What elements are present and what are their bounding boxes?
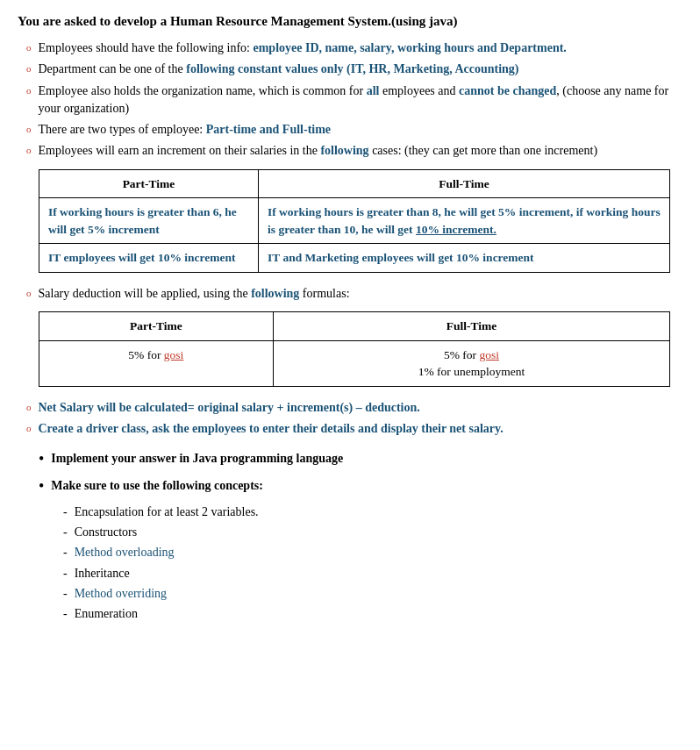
bullet-text-4: There are two types of employee: Part-ti… [39, 121, 683, 139]
deduction-table-header-fulltime: Full-Time [273, 312, 669, 341]
bullet-text-1: Employees should have the following info… [39, 39, 683, 57]
bullet-circle-2: o [26, 62, 32, 76]
increment-table-header-fulltime: Full-Time [259, 169, 670, 198]
concept-encapsulation-label: Encapsulation for at least 2 variables. [75, 504, 259, 521]
implement-list: • Implement your answer in Java programm… [39, 449, 682, 498]
bold-dot-2: • [39, 475, 44, 498]
bullet-item-3: o Employee also holds the organization n… [26, 82, 682, 118]
concept-encapsulation: - Encapsulation for at least 2 variables… [63, 504, 682, 521]
salary-deduction-bullet-list: o Salary deduction will be applied, usin… [26, 285, 682, 303]
main-title: You are asked to develop a Human Resourc… [18, 14, 682, 29]
bullet-circle-driver: o [26, 422, 32, 436]
net-salary-list: o Net Salary will be calculated= origina… [26, 399, 682, 439]
increment-table-header-parttime: Part-Time [39, 169, 259, 198]
concept-method-overriding-label: Method overriding [75, 585, 167, 603]
increment-row1-fulltime: If working hours is greater than 8, he w… [259, 198, 670, 244]
bullet-text-2: Department can be one of the following c… [39, 61, 683, 78]
concept-method-overriding: - Method overriding [63, 585, 682, 603]
increment-row1-parttime: If working hours is greater than 6, he w… [39, 198, 259, 244]
concept-method-overloading-label: Method overloading [75, 544, 175, 561]
concept-inheritance: - Inheritance [63, 565, 682, 582]
bullet-driver-class: o Create a driver class, ask the employe… [26, 420, 682, 438]
bullet-text-3: Employee also holds the organization nam… [39, 82, 683, 118]
bullet-circle-5: o [26, 144, 32, 158]
deduction-table: Part-Time Full-Time 5% for gosi 5% for g… [39, 311, 670, 387]
concepts-list: - Encapsulation for at least 2 variables… [63, 504, 682, 624]
bullet-circle-4: o [26, 123, 32, 137]
implement-bullet-item: • Implement your answer in Java programm… [39, 449, 682, 471]
bold-dot-1: • [39, 447, 44, 471]
concept-enumeration-label: Enumeration [75, 605, 138, 623]
main-bullet-list: o Employees should have the following in… [26, 39, 682, 161]
bullet-text-5: Employees will earn an increment on thei… [39, 142, 683, 160]
bullet-circle-1: o [26, 41, 32, 55]
bullet-circle-net: o [26, 401, 32, 415]
increment-row2-parttime: IT employees will get 10% increment [39, 244, 259, 273]
bullet-item-2: o Department can be one of the following… [26, 61, 682, 78]
make-sure-label: Make sure to use the following concepts: [51, 476, 263, 495]
implement-label: Implement your answer in Java programmin… [51, 449, 343, 468]
concept-enumeration: - Enumeration [63, 605, 682, 623]
deduction-table-header-parttime: Part-Time [39, 312, 274, 341]
bullet-salary-deduction: o Salary deduction will be applied, usin… [26, 285, 682, 303]
bullet-item-4: o There are two types of employee: Part-… [26, 121, 682, 139]
increment-row2-fulltime: IT and Marketing employees will get 10% … [259, 244, 670, 273]
bullet-text-driver: Create a driver class, ask the employees… [39, 420, 683, 438]
deduction-row1-fulltime: 5% for gosi 1% for unemployment [273, 340, 669, 386]
concept-constructors-label: Constructors [75, 524, 138, 541]
make-sure-bullet-item: • Make sure to use the following concept… [39, 476, 682, 498]
bullet-item-5: o Employees will earn an increment on th… [26, 142, 682, 160]
dash-3: - [63, 544, 68, 561]
bullet-text-salary: Salary deduction will be applied, using … [39, 285, 683, 303]
dash-1: - [63, 504, 68, 521]
bullet-circle-3: o [26, 84, 32, 98]
deduction-row1-parttime: 5% for gosi [39, 340, 274, 386]
bullet-net-salary: o Net Salary will be calculated= origina… [26, 399, 682, 417]
dash-4: - [63, 565, 68, 582]
dash-6: - [63, 605, 68, 623]
dash-2: - [63, 524, 68, 541]
bullet-circle-salary: o [26, 287, 32, 301]
increment-table: Part-Time Full-Time If working hours is … [39, 169, 670, 273]
dash-5: - [63, 585, 68, 603]
concept-inheritance-label: Inheritance [75, 565, 130, 582]
bullet-item-1: o Employees should have the following in… [26, 39, 682, 57]
bullet-text-net: Net Salary will be calculated= original … [39, 399, 683, 417]
concept-method-overloading: - Method overloading [63, 544, 682, 561]
concept-constructors: - Constructors [63, 524, 682, 541]
